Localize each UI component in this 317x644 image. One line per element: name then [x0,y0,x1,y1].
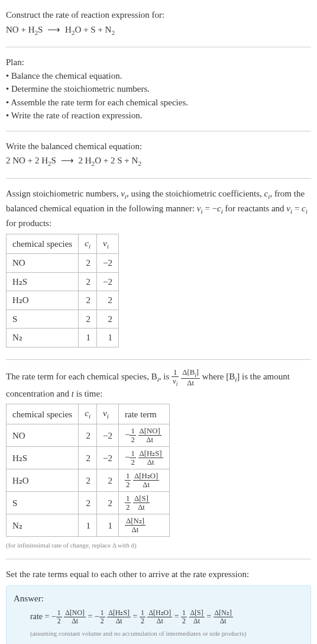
balanced-equation: 2 NO + 2 H2S ⟶ 2 H2O + 2 S + N2 [6,154,311,169]
table-row: H₂S2−2 [7,272,119,291]
col-ci: ci [79,404,97,424]
intro-block: Construct the rate of reaction expressio… [6,5,311,42]
table-row: NO2−2 −12 Δ[NO]Δt [7,424,170,447]
bal-product-n2: N2 [132,156,141,165]
col-rateterm: rate term [118,404,169,424]
bal-product-s: 2 S [111,156,122,165]
rateterm-block: The rate term for each chemical species,… [6,365,311,554]
bal-product-h2o: 2 H2O [78,156,101,165]
answer-assumption: (assuming constant volume and no accumul… [14,629,303,639]
rateterm-text: The rate term for each chemical species,… [6,372,290,398]
table-row: H₂O22 [7,291,119,310]
intro-prompt: Construct the rate of reaction expressio… [6,8,311,22]
divider [6,559,311,559]
product-h2o: H2O [65,25,81,34]
final-block: Set the rate terms equal to each other t… [6,564,311,644]
fraction-dbi-dt: Δ[Bi]Δt [181,368,200,387]
plan-item: • Balance the chemical equation. [6,69,311,83]
col-nui: νi [97,404,119,424]
infinitesimal-note: (for infinitesimal rate of change, repla… [6,540,311,550]
final-heading: Set the rate terms equal to each other t… [6,568,311,581]
assign-text: Assign stoichiometric numbers, νi, using… [6,189,308,228]
plan-item: • Assemble the rate term for each chemic… [6,96,311,110]
divider [6,178,311,179]
plan-item: • Determine the stoichiometric numbers. [6,82,311,96]
table-row: NO2−2 [7,254,119,273]
plan-heading: Plan: [6,56,311,69]
col-species: chemical species [7,404,79,424]
product-s: S [90,25,95,34]
table-header-row: chemical species ci νi rate term [7,404,170,424]
balanced-block: Write the balanced chemical equation: 2 … [6,136,311,173]
table-row: S22 [7,310,119,329]
table-row: S22 12 Δ[S]Δt [7,492,170,514]
divider [6,47,311,47]
table-row: N₂11 Δ[N₂]Δt [7,514,170,537]
reactant-no: NO [6,25,19,34]
col-species: chemical species [7,234,79,254]
table-row: H₂O22 12 Δ[H₂O]Δt [7,469,170,492]
divider [6,131,311,131]
rate-expression: rate = −12 Δ[NO]Δt = −12 Δ[H₂S]Δt = 12 Δ… [14,609,303,625]
unbalanced-equation: NO + H2S ⟶ H2O + S + N2 [6,23,311,38]
stoichiometry-table: chemical species ci νi NO2−2 H₂S2−2 H₂O2… [6,234,119,347]
fraction-1-over-nu: 1νi [172,368,179,387]
product-n2: N2 [105,25,115,34]
table-header-row: chemical species ci νi [7,234,119,254]
balanced-heading: Write the balanced chemical equation: [6,140,311,153]
col-nui: νi [97,234,119,254]
assign-block: Assign stoichiometric numbers, νi, using… [6,183,311,355]
table-row: H₂S2−2 −12 Δ[H₂S]Δt [7,447,170,469]
rate-term-table: chemical species ci νi rate term NO2−2 −… [6,404,170,537]
plan-item: • Write the rate of reaction expression. [6,109,311,123]
divider [6,359,311,360]
plan-block: Plan: • Balance the chemical equation. •… [6,52,311,126]
bal-reactant-h2s: 2 H2S [35,156,56,165]
reaction-arrow-icon: ⟶ [45,25,63,34]
bal-reactant-no: 2 NO [6,156,25,165]
answer-label: Answer: [14,592,303,606]
table-row: N₂11 [7,329,119,347]
answer-box: Answer: rate = −12 Δ[NO]Δt = −12 Δ[H₂S]Δ… [6,585,311,644]
col-ci: ci [79,234,97,254]
reactant-h2s: H2S [28,25,43,34]
reaction-arrow-icon: ⟶ [59,156,76,165]
